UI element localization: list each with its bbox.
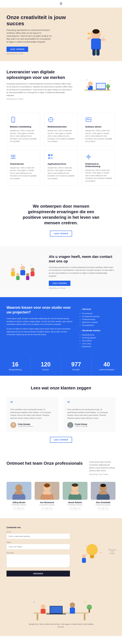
- software-icon: [85, 116, 92, 123]
- facebook-icon-0[interactable]: f: [13, 507, 16, 510]
- svg-rect-18: [86, 86, 90, 88]
- maintenance-icon: [85, 154, 92, 160]
- quote-section: We ontwerpen door mensen geïnspireerde e…: [0, 194, 122, 246]
- stat-number-1: 120: [34, 361, 58, 368]
- svg-text:✦: ✦: [100, 552, 102, 553]
- mobility-icon: [47, 116, 54, 123]
- team-credit: Afbeeldingen door Freepik: [89, 474, 116, 475]
- member-photo-0: [6, 482, 31, 500]
- email-input[interactable]: [6, 534, 70, 539]
- service-title-5: Onderhoud & Ondersteuning: [85, 163, 112, 168]
- svg-rect-58: [68, 426, 72, 428]
- svg-text:✦: ✦: [15, 265, 16, 267]
- svg-point-33: [87, 119, 87, 120]
- instagram-icon-3[interactable]: in: [102, 507, 105, 510]
- svg-point-90: [41, 604, 45, 609]
- facebook-icon-1[interactable]: f: [42, 507, 45, 510]
- why-desc1: Lorem ipsum dolor sit amet, consectetur …: [6, 317, 73, 326]
- submit-button[interactable]: INDIENEN: [6, 571, 70, 576]
- contact-cta-button[interactable]: LEES VERDER: [49, 281, 70, 286]
- service-desc-5: Sample text. Click to select the text bo…: [85, 169, 112, 182]
- why-service-item-1: Conceptuele planning: [80, 315, 116, 318]
- member-photo-3: [91, 482, 116, 500]
- hero-cta-button[interactable]: LEES VERDER: [6, 46, 28, 52]
- service-card-mobility: Mobiliteitsdiensten Sample text. Click t…: [44, 113, 78, 146]
- message-textarea[interactable]: [6, 554, 70, 568]
- author-role-0: Creativiteits-adviseur: [18, 426, 33, 427]
- testimonials-cta-button[interactable]: LEES VERDER: [50, 437, 72, 443]
- twitter-icon-3[interactable]: t: [106, 507, 109, 510]
- stat-label-2: Gevallen: [64, 368, 88, 371]
- quote-mark-0: ": [10, 401, 55, 406]
- instagram-icon-0[interactable]: in: [17, 507, 20, 510]
- footer-bottom-text: Sample text. Click to select the text bo…: [28, 623, 94, 628]
- form-section: Contacteer ons Email Naam Message INDIEN…: [0, 518, 122, 585]
- digital-solutions-title: Leverancier van digitale oplossingen voo…: [6, 69, 73, 80]
- member-socials-2: f in t: [63, 507, 88, 510]
- svg-rect-91: [41, 609, 46, 614]
- quote-cta-button[interactable]: LEES VERDER: [50, 231, 72, 236]
- why-desc2: Ut enim ad labore et dolore magna aliqua…: [6, 328, 73, 336]
- why-brand-item-3: Leve Living: [80, 342, 116, 345]
- service-desc-4: Sample text. Click to select the text bo…: [47, 166, 74, 180]
- why-section: Waarom kiezen voor onze studio voor uw p…: [0, 297, 122, 356]
- member-socials-0: f in t: [6, 507, 31, 510]
- quote-mark-1: ": [67, 401, 112, 406]
- svg-rect-47: [31, 272, 34, 276]
- menu-bar: ☰: [0, 0, 122, 8]
- testimonial-card-1: " Proin sed libero enim sed faucibus tur…: [63, 397, 116, 432]
- svg-text:✦: ✦: [84, 600, 86, 603]
- digital-solutions-illustration: ✦ ✦: [80, 69, 116, 100]
- twitter-icon-0[interactable]: t: [21, 507, 24, 510]
- twitter-icon-1[interactable]: t: [49, 507, 52, 510]
- why-text-block: Waarom kiezen voor onze studio voor uw p…: [6, 305, 73, 348]
- testimonials-title: Lees wat onze klanten zeggen: [6, 386, 116, 390]
- svg-point-42: [11, 268, 15, 272]
- svg-point-44: [20, 266, 25, 270]
- svg-point-57: [69, 423, 72, 426]
- svg-point-71: [100, 484, 106, 487]
- name-input[interactable]: [6, 544, 70, 550]
- contact-title: Als u vragen heeft, neem dan contact met…: [49, 254, 116, 264]
- team-grid: Jeffrey Brown Creativiteits-adviseur f i…: [6, 482, 116, 510]
- testimonial-author-0: Celia Almeda Creativiteits-adviseur: [10, 422, 55, 428]
- svg-rect-4: [101, 38, 105, 41]
- instagram-icon-2[interactable]: in: [74, 507, 76, 510]
- member-name-1: Ann Richmond: [35, 502, 60, 504]
- hamburger-icon[interactable]: ☰: [60, 2, 62, 6]
- stat-box-0: 16 Rangschikking: [0, 356, 31, 376]
- author-avatar-0: [10, 422, 16, 428]
- instagram-icon-1[interactable]: in: [46, 507, 48, 510]
- services-section: Mobiele ontwikkeling Sample text. Click …: [0, 108, 122, 194]
- mobile-dev-icon: [10, 116, 16, 123]
- author-avatar-1: [67, 422, 73, 428]
- svg-rect-61: [15, 491, 23, 494]
- service-desc-1: Sample text. Click to select the text bo…: [47, 129, 74, 143]
- hero-title: Onze creativiteit is jouw succes: [6, 14, 80, 27]
- svg-marker-6: [87, 32, 90, 35]
- svg-rect-88: [50, 606, 62, 613]
- svg-text:✦: ✦: [86, 79, 88, 81]
- svg-rect-14: [97, 84, 105, 89]
- twitter-icon-2[interactable]: t: [77, 507, 80, 510]
- hero-image-credit: Afbeelding van Freepik: [6, 53, 80, 54]
- member-name-2: Jennie Roberts: [63, 502, 88, 504]
- service-card-apps: Applicatieservices Sample text. Click to…: [44, 150, 78, 186]
- facebook-icon-3[interactable]: f: [98, 507, 101, 510]
- why-brand-item-2: Gezondheid: [80, 339, 116, 342]
- facebook-icon-2[interactable]: f: [70, 507, 73, 510]
- member-photo-svg-1: [38, 482, 56, 500]
- stat-number-2: 977: [64, 361, 88, 368]
- svg-point-59: [15, 484, 22, 492]
- why-services-column: → Services Pre-productie Conceptuele pla…: [80, 308, 116, 327]
- service-title-4: Applicatieservices: [47, 163, 74, 165]
- email-label: Email: [6, 531, 70, 533]
- svg-text:✦: ✦: [103, 36, 104, 38]
- stats-section: 16 Rangschikking 120 Klanten 977 Gevalle…: [0, 356, 122, 376]
- svg-rect-36: [48, 154, 50, 156]
- team-member-1: Ann Richmond Creativiteits-adviseur f in…: [35, 482, 60, 510]
- team-illustration: ♥ ✦ ✦: [6, 257, 39, 286]
- service-title-2: Software-advies: [85, 126, 112, 128]
- service-card-maintenance: Onderhoud & Ondersteuning Sample text. C…: [82, 150, 116, 186]
- svg-rect-15: [100, 90, 102, 91]
